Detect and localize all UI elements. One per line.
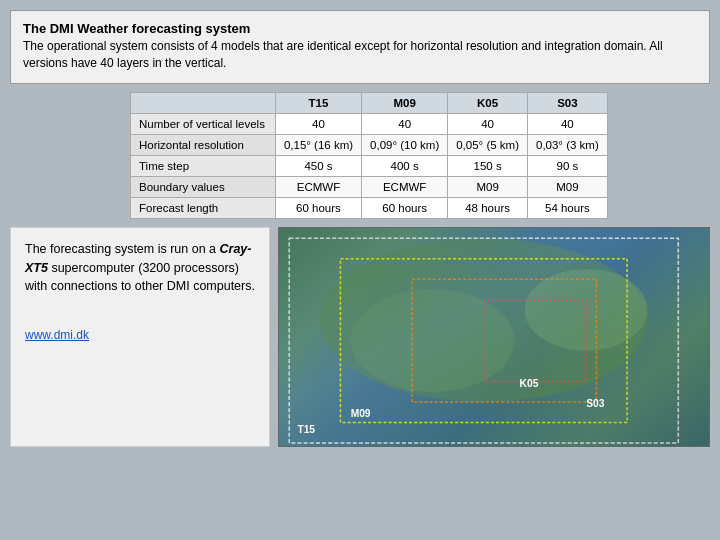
cell-s03: 90 s	[527, 155, 607, 176]
row-label: Time step	[131, 155, 276, 176]
cell-t15: 60 hours	[275, 197, 361, 218]
cell-t15: 40	[275, 113, 361, 134]
cell-s03: M09	[527, 176, 607, 197]
cell-k05: M09	[448, 176, 528, 197]
cell-t15: 0,15° (16 km)	[275, 134, 361, 155]
map-label-s03: S03	[586, 398, 604, 409]
col-header-t15: T15	[275, 92, 361, 113]
map-image: T15 M09 K05 S03	[278, 227, 710, 447]
cray-text-after: supercomputer (3200 processors) with con…	[25, 261, 255, 294]
cell-m09: 400 s	[362, 155, 448, 176]
cell-m09: 0,09° (10 km)	[362, 134, 448, 155]
intro-title: The DMI Weather forecasting system	[23, 21, 697, 36]
cray-text-before: The forecasting system is run on a	[25, 242, 220, 256]
table-row: Number of vertical levels40404040	[131, 113, 608, 134]
map-label-k05: K05	[520, 377, 539, 388]
model-comparison-table: T15 M09 K05 S03 Number of vertical level…	[130, 92, 608, 219]
table-row: Boundary valuesECMWFECMWFM09M09	[131, 176, 608, 197]
col-header-m09: M09	[362, 92, 448, 113]
cell-m09: ECMWF	[362, 176, 448, 197]
table-row: Horizontal resolution0,15° (16 km)0,09° …	[131, 134, 608, 155]
cell-k05: 48 hours	[448, 197, 528, 218]
table-row: Forecast length60 hours60 hours48 hours5…	[131, 197, 608, 218]
map-svg: T15 M09 K05 S03	[279, 228, 709, 447]
cray-description-box: The forecasting system is run on a Cray-…	[10, 227, 270, 447]
map-label-t15: T15	[297, 424, 315, 435]
intro-box: The DMI Weather forecasting system The o…	[10, 10, 710, 84]
col-header-s03: S03	[527, 92, 607, 113]
cell-k05: 0,05° (5 km)	[448, 134, 528, 155]
cell-m09: 40	[362, 113, 448, 134]
cell-t15: ECMWF	[275, 176, 361, 197]
row-label: Boundary values	[131, 176, 276, 197]
middle-section: T15 M09 K05 S03 Number of vertical level…	[10, 92, 710, 219]
dmi-link[interactable]: www.dmi.dk	[25, 326, 255, 344]
cell-s03: 54 hours	[527, 197, 607, 218]
intro-description: The operational system consists of 4 mod…	[23, 38, 697, 73]
row-label: Number of vertical levels	[131, 113, 276, 134]
map-visualization: T15 M09 K05 S03	[279, 228, 709, 446]
table-row: Time step450 s400 s150 s90 s	[131, 155, 608, 176]
cell-k05: 40	[448, 113, 528, 134]
bottom-section: The forecasting system is run on a Cray-…	[10, 227, 710, 447]
cell-s03: 0,03° (3 km)	[527, 134, 607, 155]
col-header-k05: K05	[448, 92, 528, 113]
svg-rect-8	[279, 228, 709, 447]
model-table-wrapper: T15 M09 K05 S03 Number of vertical level…	[130, 92, 608, 219]
cell-m09: 60 hours	[362, 197, 448, 218]
cell-s03: 40	[527, 113, 607, 134]
col-header-empty	[131, 92, 276, 113]
map-label-m09: M09	[351, 408, 371, 419]
cray-description-text: The forecasting system is run on a Cray-…	[25, 240, 255, 296]
row-label: Forecast length	[131, 197, 276, 218]
cell-k05: 150 s	[448, 155, 528, 176]
row-label: Horizontal resolution	[131, 134, 276, 155]
cell-t15: 450 s	[275, 155, 361, 176]
